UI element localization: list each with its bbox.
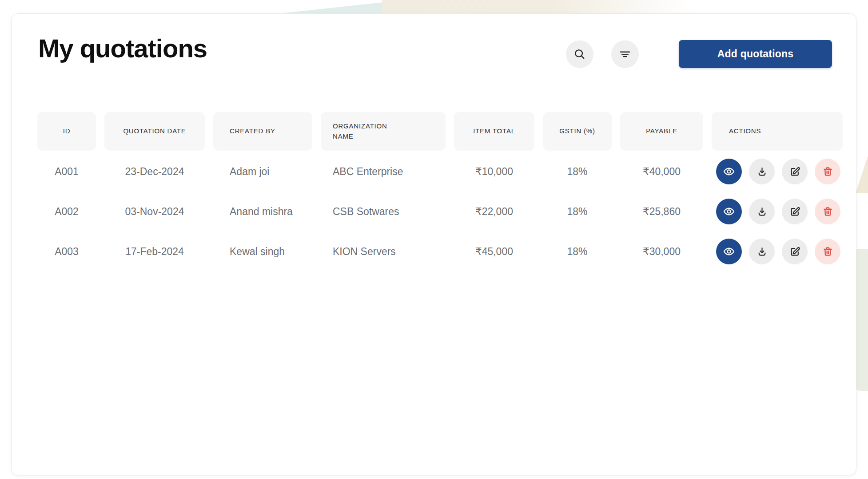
cell-payable: ₹40,000 — [620, 166, 703, 178]
view-button[interactable] — [716, 199, 742, 224]
column-header-created-by: CREATED BY — [213, 112, 312, 151]
table-row: A002 03-Nov-2024 Anand mishra CSB Sotwar… — [37, 192, 843, 232]
download-icon — [756, 246, 768, 258]
delete-button[interactable] — [815, 199, 840, 224]
background-accent-teal — [249, 0, 404, 14]
cell-id: A003 — [37, 246, 96, 258]
download-icon — [756, 166, 768, 178]
trash-icon — [822, 246, 834, 258]
eye-icon — [723, 245, 735, 258]
filter-button[interactable] — [611, 40, 639, 68]
download-icon — [756, 206, 768, 218]
card-header: My quotations Add quotations — [12, 14, 856, 68]
cell-quotation-date: 23-Dec-2024 — [104, 166, 205, 178]
download-button[interactable] — [749, 159, 775, 184]
cell-item-total: ₹22,000 — [454, 206, 534, 218]
trash-icon — [822, 206, 834, 218]
cell-quotation-date: 03-Nov-2024 — [104, 206, 205, 218]
search-button[interactable] — [566, 40, 593, 68]
column-header-organization-name: ORGANIZATION NAME — [321, 112, 446, 151]
search-icon — [573, 48, 586, 61]
quotations-card: My quotations Add quotations ID — [11, 13, 856, 475]
table-row: A003 17-Feb-2024 Kewal singh KION Server… — [37, 232, 843, 271]
cell-created-by: Kewal singh — [213, 246, 312, 258]
header-actions: Add quotations — [566, 40, 832, 68]
column-header-payable: PAYABLE — [620, 112, 703, 151]
delete-button[interactable] — [815, 239, 840, 264]
column-header-quotation-date: QUOTATION DATE — [104, 112, 205, 151]
download-button[interactable] — [749, 199, 775, 224]
background-accent-sage — [856, 249, 868, 391]
quotations-table: ID QUOTATION DATE CREATED BY ORGANIZATIO… — [37, 112, 843, 271]
eye-icon — [723, 165, 735, 178]
view-button[interactable] — [716, 239, 742, 264]
column-header-gstin: GSTIN (%) — [543, 112, 612, 151]
add-quotations-button[interactable]: Add quotations — [679, 40, 832, 68]
download-button[interactable] — [749, 239, 775, 264]
table-header-row: ID QUOTATION DATE CREATED BY ORGANIZATIO… — [37, 112, 843, 151]
edit-pencil-icon — [789, 166, 801, 178]
cell-payable: ₹25,860 — [620, 206, 703, 218]
header-divider — [36, 89, 832, 89]
page-title: My quotations — [38, 34, 207, 63]
trash-icon — [822, 166, 834, 178]
cell-id: A002 — [37, 206, 96, 218]
column-header-item-total: ITEM TOTAL — [454, 112, 534, 151]
cell-payable: ₹30,000 — [620, 246, 703, 258]
cell-id: A001 — [37, 166, 96, 178]
eye-icon — [723, 205, 735, 218]
cell-actions — [712, 159, 843, 184]
cell-organization-name: KION Servers — [321, 246, 446, 258]
cell-organization-name: CSB Sotwares — [321, 206, 446, 218]
cell-gstin: 18% — [543, 246, 612, 258]
cell-gstin: 18% — [543, 166, 612, 178]
column-header-id: ID — [37, 112, 96, 151]
cell-item-total: ₹10,000 — [454, 166, 534, 178]
cell-quotation-date: 17-Feb-2024 — [104, 246, 205, 258]
cell-organization-name: ABC Enterprise — [321, 166, 446, 178]
cell-actions — [712, 199, 843, 224]
cell-gstin: 18% — [543, 206, 612, 218]
cell-item-total: ₹45,000 — [454, 246, 534, 258]
cell-actions — [712, 239, 843, 264]
background-accent-beige — [382, 0, 693, 14]
background-accent-beige-right — [856, 156, 868, 193]
table-row: A001 23-Dec-2024 Adam joi ABC Enterprise… — [37, 152, 843, 192]
edit-button[interactable] — [782, 159, 808, 184]
delete-button[interactable] — [815, 159, 840, 184]
cell-created-by: Anand mishra — [213, 206, 312, 218]
table-body: A001 23-Dec-2024 Adam joi ABC Enterprise… — [37, 152, 843, 271]
view-button[interactable] — [716, 159, 742, 184]
column-header-actions: ACTIONS — [712, 112, 843, 151]
edit-pencil-icon — [789, 246, 801, 258]
edit-pencil-icon — [789, 206, 801, 218]
edit-button[interactable] — [782, 199, 808, 224]
cell-created-by: Adam joi — [213, 166, 312, 178]
filter-icon — [617, 48, 633, 61]
edit-button[interactable] — [782, 239, 808, 264]
